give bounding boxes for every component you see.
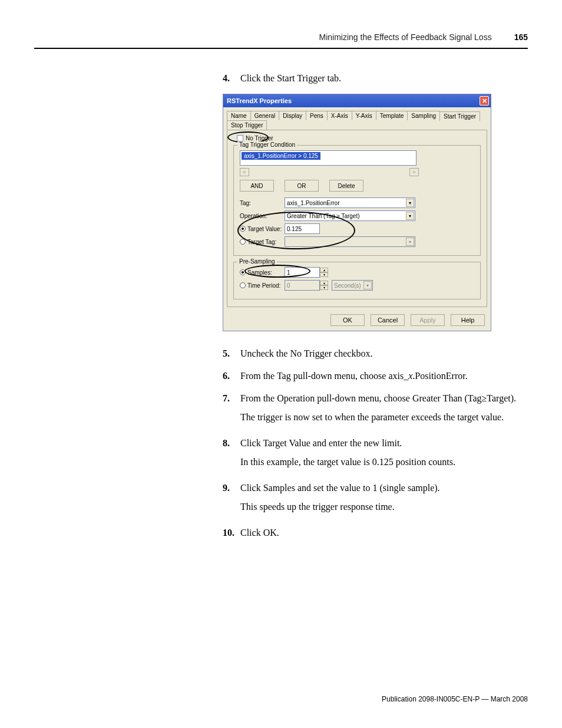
- samples-radio[interactable]: [240, 269, 246, 275]
- tab-start-trigger[interactable]: Start Trigger: [439, 111, 480, 121]
- help-button[interactable]: Help: [451, 314, 485, 326]
- tag-dropdown[interactable]: axis_1.PositionError ▾: [285, 197, 415, 208]
- tab-stop-trigger[interactable]: Stop Trigger: [227, 120, 267, 130]
- tab-general[interactable]: General: [250, 111, 280, 120]
- samples-label: Samples:: [240, 269, 285, 276]
- spinner-down-icon[interactable]: ▾: [320, 272, 328, 277]
- target-value-label: Target Value:: [240, 226, 285, 232]
- step-8: 8. Click Target Value and enter the new …: [223, 436, 529, 473]
- tab-pens[interactable]: Pens: [306, 111, 328, 120]
- spinner-up-icon[interactable]: ▴: [320, 268, 328, 272]
- step-7-number: 7.: [223, 391, 240, 428]
- ps-legend: Pre-Sampling: [237, 258, 277, 265]
- tag-label: Tag:: [240, 200, 285, 206]
- condition-scrollbar: < >: [240, 168, 474, 176]
- tab-display[interactable]: Display: [279, 111, 306, 120]
- no-trigger-label: No Trigger: [246, 135, 273, 141]
- operation-dropdown[interactable]: Greater Than (Tag ≥ Target) ▾: [285, 210, 415, 221]
- chevron-down-icon: ▾: [406, 199, 414, 207]
- dialog-title: RSTrendX Properties: [227, 97, 292, 104]
- content-column: 4. Click the Start Trigger tab. RSTrendX…: [223, 71, 529, 540]
- spinner-down-icon: ▾: [320, 285, 328, 290]
- target-tag-radio[interactable]: [240, 239, 246, 245]
- row-tag: Tag: axis_1.PositionError ▾: [240, 197, 474, 208]
- step-6: 6. From the Tag pull-down menu, choose a…: [223, 369, 529, 383]
- step-4: 4. Click the Start Trigger tab.: [223, 71, 529, 85]
- tab-template[interactable]: Template: [376, 111, 408, 120]
- target-value-input[interactable]: 0.125: [285, 223, 320, 234]
- step-6-number: 6.: [223, 369, 240, 383]
- dialog-tabs: Name General Display Pens X-Axis Y-Axis …: [223, 107, 491, 130]
- tab-name[interactable]: Name: [227, 111, 251, 120]
- time-period-spinner: ▴ ▾: [320, 281, 328, 290]
- step-7: 7. From the Operation pull-down menu, ch…: [223, 391, 529, 428]
- row-operation: Operation: Greater Than (Tag ≥ Target) ▾: [240, 210, 474, 221]
- no-trigger-checkbox[interactable]: [237, 135, 243, 141]
- tag-value: axis_1.PositionError: [287, 200, 339, 206]
- time-period-radio[interactable]: [240, 282, 246, 288]
- step-8-follow: In this example, the target value is 0.1…: [240, 455, 529, 469]
- page-footer: Publication 2098-IN005C-EN-P — March 200…: [382, 695, 528, 703]
- step-5-text: Uncheck the No Trigger checkbox.: [240, 347, 529, 361]
- delete-button[interactable]: Delete: [329, 180, 363, 192]
- time-period-unit: Second(s): [334, 282, 361, 289]
- samples-input[interactable]: 1: [285, 267, 320, 278]
- header-rule: [34, 48, 528, 49]
- step-4-text: Click the Start Trigger tab.: [240, 71, 529, 85]
- tab-panel-start-trigger: No Trigger Tag Trigger Condition axis_1.…: [227, 130, 487, 307]
- step-8-text: Click Target Value and enter the new lim…: [240, 436, 529, 473]
- target-tag-label: Target Tag:: [240, 239, 285, 245]
- time-period-input: 0: [285, 280, 320, 291]
- step-6-text: From the Tag pull-down menu, choose axis…: [240, 369, 529, 383]
- page: Minimizing the Effects of Feedback Signa…: [0, 0, 562, 728]
- chevron-down-icon: ▾: [406, 238, 414, 246]
- scroll-right-icon[interactable]: >: [409, 168, 419, 176]
- dialog-titlebar: RSTrendX Properties ✕: [223, 94, 491, 107]
- step-5-number: 5.: [223, 347, 240, 361]
- operation-value: Greater Than (Tag ≥ Target): [287, 213, 360, 219]
- time-period-label: Time Period:: [240, 282, 285, 289]
- row-time-period: Time Period: 0 ▴ ▾ Second(s) ▾: [240, 280, 474, 291]
- header-section-title: Minimizing the Effects of Feedback Signa…: [319, 32, 492, 42]
- header-page-number: 165: [514, 32, 528, 42]
- step-10: 10. Click OK.: [223, 526, 529, 540]
- tab-xaxis[interactable]: X-Axis: [327, 111, 352, 120]
- close-icon[interactable]: ✕: [480, 96, 489, 106]
- row-samples: Samples: 1 ▴ ▾: [240, 267, 474, 278]
- step-5: 5. Uncheck the No Trigger checkbox.: [223, 347, 529, 361]
- condition-line: axis_1.PositionError > 0.125: [242, 152, 320, 160]
- step-10-number: 10.: [223, 526, 240, 540]
- dialog-rstrendx-properties: RSTrendX Properties ✕ Name General Displ…: [223, 94, 491, 331]
- tab-sampling[interactable]: Sampling: [407, 111, 440, 120]
- step-9-follow: This speeds up the trigger response time…: [240, 500, 529, 514]
- step-8-number: 8.: [223, 436, 240, 473]
- logic-button-row: AND OR Delete: [240, 180, 474, 192]
- samples-spinner[interactable]: ▴ ▾: [320, 268, 328, 277]
- step-9-text: Click Samples and set the value to 1 (si…: [240, 481, 529, 518]
- tag-trigger-condition-group: Tag Trigger Condition axis_1.PositionErr…: [233, 145, 481, 256]
- ok-button[interactable]: OK: [330, 314, 365, 326]
- step-9-number: 9.: [223, 481, 240, 518]
- operation-label: Operation:: [240, 213, 285, 219]
- target-value-radio[interactable]: [240, 226, 246, 232]
- step-9: 9. Click Samples and set the value to 1 …: [223, 481, 529, 518]
- target-tag-dropdown: ▾: [285, 236, 415, 247]
- cancel-button[interactable]: Cancel: [371, 314, 405, 326]
- spinner-up-icon: ▴: [320, 281, 328, 285]
- pre-sampling-group: Pre-Sampling Samples: 1 ▴ ▾: [233, 262, 481, 299]
- step-7-follow: The trigger is now set to when the param…: [240, 410, 529, 424]
- or-button[interactable]: OR: [285, 180, 319, 192]
- row-target-tag: Target Tag: ▾: [240, 236, 474, 247]
- no-trigger-row: No Trigger: [237, 135, 481, 141]
- condition-listbox[interactable]: axis_1.PositionError > 0.125: [240, 150, 416, 166]
- dialog-button-row: OK Cancel Apply Help: [223, 311, 491, 331]
- ttc-legend: Tag Trigger Condition: [237, 141, 297, 148]
- scroll-left-icon[interactable]: <: [240, 168, 249, 176]
- and-button[interactable]: AND: [240, 180, 274, 192]
- step-10-text: Click OK.: [240, 526, 529, 540]
- step-7-text: From the Operation pull-down menu, choos…: [240, 391, 529, 428]
- tab-yaxis[interactable]: Y-Axis: [352, 111, 376, 120]
- step-4-number: 4.: [223, 71, 240, 85]
- chevron-down-icon: ▾: [363, 281, 372, 289]
- page-header: Minimizing the Effects of Feedback Signa…: [34, 32, 528, 42]
